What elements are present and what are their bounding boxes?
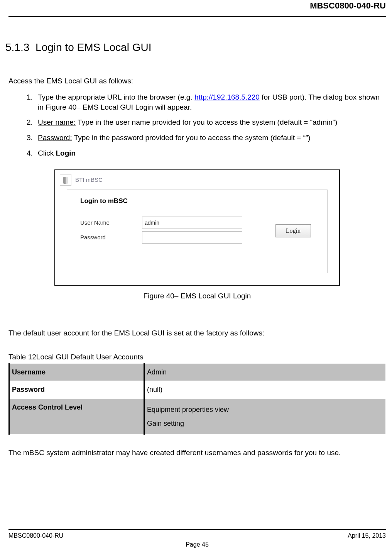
username-input[interactable] bbox=[142, 217, 242, 229]
footer-date: April 15, 2013 bbox=[348, 532, 386, 540]
table-cell-value: (null) bbox=[144, 381, 386, 398]
section-heading: 5.1.3 Login to EMS Local GUI bbox=[5, 40, 386, 55]
step-1: Type the appropriate URL into the browse… bbox=[35, 92, 386, 112]
table-row: Username Admin bbox=[9, 364, 386, 381]
figure-header: BTI mBSC bbox=[55, 170, 339, 187]
acl-line1: Equipment properties view bbox=[147, 406, 229, 413]
app-logo-icon bbox=[60, 174, 71, 186]
page-footer: MBSC0800-040-RU April 15, 2013 Page 45 bbox=[8, 529, 386, 549]
table-cell-value: Equipment properties view Gain setting bbox=[144, 398, 386, 434]
table-cell-label: Access Control Level bbox=[9, 398, 144, 434]
para-after-figure: The default user account for the EMS Loc… bbox=[8, 328, 386, 338]
table-caption: Table 12Local GUI Default User Accounts bbox=[8, 352, 386, 362]
step-2-term: User name: bbox=[38, 118, 76, 126]
section-title: Login to EMS Local GUI bbox=[35, 41, 151, 53]
steps-list: Type the appropriate URL into the browse… bbox=[35, 92, 386, 158]
table-cell-label: Password bbox=[9, 381, 144, 398]
footer-docid: MBSC0800-040-RU bbox=[8, 532, 63, 540]
step-3: Password: Type in the password provided … bbox=[35, 133, 386, 143]
step-3-rest: Type in the password provided for you to… bbox=[72, 134, 311, 142]
figure-caption: Figure 40– EMS Local GUI Login bbox=[8, 291, 386, 301]
table-row: Access Control Level Equipment propertie… bbox=[9, 398, 386, 434]
acl-line2: Gain setting bbox=[147, 420, 184, 427]
intro-paragraph: Access the EMS Local GUI as follows: bbox=[8, 76, 386, 86]
step-4-bold: Login bbox=[56, 149, 76, 157]
step-1-url-link[interactable]: http://192.168.5.220 bbox=[194, 93, 260, 101]
step-2: User name: Type in the user name provide… bbox=[35, 117, 386, 127]
login-panel: Login to mBSC User Name Password Login bbox=[67, 190, 328, 273]
footer-page-number: Page 45 bbox=[8, 540, 386, 549]
step-4-prefix: Click bbox=[38, 149, 56, 157]
step-4: Click Login bbox=[35, 148, 386, 158]
login-figure: BTI mBSC Login to mBSC User Name Passwor… bbox=[54, 169, 340, 286]
password-input[interactable] bbox=[142, 231, 242, 244]
step-3-term: Password: bbox=[38, 134, 72, 142]
login-button[interactable]: Login bbox=[275, 224, 311, 237]
section-number: 5.1.3 bbox=[5, 41, 29, 53]
login-heading: Login to mBSC bbox=[80, 197, 316, 206]
step-1-prefix: Type the appropriate URL into the browse… bbox=[38, 93, 194, 101]
table-row: Password (null) bbox=[9, 381, 386, 398]
closing-paragraph: The mBSC system administrator may have c… bbox=[8, 448, 386, 458]
default-accounts-table: Username Admin Password (null) Access Co… bbox=[8, 363, 386, 435]
header-rule bbox=[8, 16, 386, 17]
page-header-docid: MBSC0800-040-RU bbox=[8, 0, 386, 13]
username-label: User Name bbox=[80, 219, 142, 227]
table-cell-value: Admin bbox=[144, 364, 386, 381]
step-2-rest: Type in the user name provided for you t… bbox=[76, 118, 337, 126]
password-label: Password bbox=[80, 234, 142, 241]
app-title: BTI mBSC bbox=[75, 176, 103, 184]
table-cell-label: Username bbox=[9, 364, 144, 381]
